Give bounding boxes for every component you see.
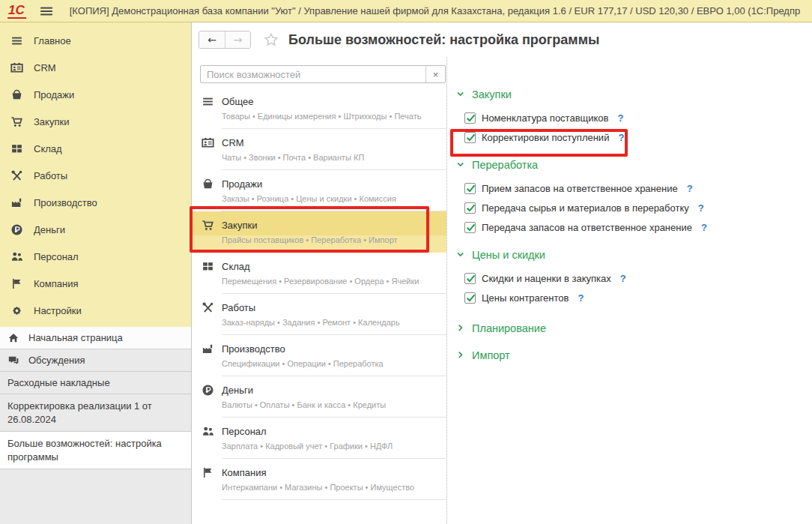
main-menu-icon[interactable] <box>40 4 53 18</box>
nav-section-label: CRM <box>222 137 244 148</box>
nav-section-label: Склад <box>222 261 250 272</box>
help-link[interactable]: ? <box>620 273 626 284</box>
people-icon <box>202 425 214 438</box>
basket-icon <box>202 178 214 190</box>
setting-label: Передача запасов на ответственное хранен… <box>482 222 692 233</box>
open-window-tab-obsuzhdeniya[interactable]: Обсуждения <box>0 349 191 372</box>
settings-group-header-tseny-i-skidki[interactable]: Цены и скидки <box>456 249 812 261</box>
open-window-tab-nachalnaya-stranitsa[interactable]: Начальная страница <box>0 327 191 349</box>
favorite-star-icon[interactable] <box>264 32 279 47</box>
back-button[interactable]: ← <box>199 31 225 48</box>
nav-section-subtitle: Товары • Единицы измерения • Штрихкоды •… <box>192 112 446 128</box>
forward-button[interactable]: → <box>225 31 250 48</box>
nav-section-subtitle: Чаты • Звонки • Почта • Варианты КП <box>192 153 446 169</box>
search-input[interactable] <box>201 66 425 82</box>
checkbox[interactable] <box>464 112 476 124</box>
nav-section-raboty[interactable]: РаботыЗаказ-наряды • Задания • Ремонт • … <box>192 294 446 335</box>
flag-icon <box>202 466 214 479</box>
chevron-right-icon <box>456 324 466 334</box>
nav-section-crm[interactable]: CRMЧаты • Звонки • Почта • Варианты КП <box>192 129 446 170</box>
setting-row: Номенклатура поставщиков? <box>464 108 812 127</box>
settings-group-header-import[interactable]: Импорт <box>456 349 812 361</box>
sidebar-item-zakupki[interactable]: Закупки <box>0 108 191 135</box>
sidebar-item-glavnoe[interactable]: Главное <box>0 27 191 54</box>
clear-search-button[interactable]: × <box>425 66 445 82</box>
sidebar-item-label: Закупки <box>34 116 69 127</box>
nav-section-row: Деньги <box>192 376 446 400</box>
help-link[interactable]: ? <box>687 183 693 194</box>
nav-section-label: Деньги <box>222 385 253 396</box>
checkbox[interactable] <box>464 222 476 233</box>
settings-group-import: Импорт <box>456 349 812 361</box>
settings-group-title: Переработка <box>472 159 538 171</box>
nav-section-row: Общее <box>192 88 446 112</box>
sidebar-item-crm[interactable]: CRM <box>0 54 191 81</box>
nav-section-label: Компания <box>222 467 267 478</box>
search-box: × <box>200 65 446 83</box>
factory-icon <box>202 343 214 355</box>
topbar: 1С [КОПИЯ] Демонстрационная база компани… <box>0 0 812 22</box>
chevron-down-icon <box>456 250 466 260</box>
sidebar-item-label: Производство <box>34 197 97 208</box>
settings-group-title: Импорт <box>472 349 510 361</box>
sidebar-item-label: Продажи <box>34 89 74 100</box>
open-window-tab-bolshe-vozmozhnostey[interactable]: Больше возможностей: настройка программы <box>0 432 191 469</box>
sidebar-item-label: CRM <box>34 62 56 73</box>
checkbox[interactable] <box>464 273 476 284</box>
nav-section-row: Компания <box>192 459 446 483</box>
nav-section-row: Закупки <box>192 211 446 235</box>
nav-section-obshchee[interactable]: ОбщееТовары • Единицы измерения • Штрихк… <box>192 88 446 129</box>
chevron-right-icon <box>456 351 466 361</box>
chevron-down-icon <box>456 90 466 100</box>
open-window-tab-korrektirovka-realizatsii[interactable]: Корректировка реализации 1 от 26.08.2024 <box>0 394 191 432</box>
nav-section-subtitle: Спецификации • Операции • Переработка <box>192 359 446 376</box>
nav-section-dengi[interactable]: ДеньгиВалюты • Оплаты • Банк и касса • К… <box>192 376 446 418</box>
sidebar-item-proizvodstvo[interactable]: Производство <box>0 189 191 216</box>
nav-section-row: CRM <box>192 129 446 153</box>
help-link[interactable]: ? <box>701 222 707 233</box>
settings-group-header-planirovanie[interactable]: Планирование <box>456 322 812 334</box>
nav-section-subtitle: Прайсы поставщиков • Переработка • Импор… <box>192 235 446 252</box>
sidebar-item-label: Склад <box>34 143 62 154</box>
sidebar-item-nastroyki[interactable]: Настройки <box>0 297 191 324</box>
help-link[interactable]: ? <box>618 112 624 124</box>
crm-icon <box>202 136 214 149</box>
menu-icon <box>10 34 23 47</box>
setting-row: Передача запасов на ответственное хранен… <box>464 217 812 237</box>
sidebar-item-label: Персонал <box>34 251 79 262</box>
nav-section-prodazhi[interactable]: ПродажиЗаказы • Розница • Цены и скидки … <box>192 170 446 211</box>
settings-group-header-pererabotka[interactable]: Переработка <box>456 159 812 171</box>
cart-icon <box>202 219 214 232</box>
nav-section-label: Персонал <box>222 426 267 437</box>
help-link[interactable]: ? <box>698 202 704 214</box>
nav-section-sklad[interactable]: СкладПеремещения • Резервирование • Орде… <box>192 253 446 294</box>
sidebar-item-raboty[interactable]: Работы <box>0 162 191 189</box>
sidebar-item-prodazhi[interactable]: Продажи <box>0 81 191 108</box>
sidebar-item-kompaniya[interactable]: Компания <box>0 270 191 297</box>
nav-section-label: Работы <box>222 302 255 313</box>
open-window-tab-raskhodnye-nakladnye[interactable]: Расходные накладные <box>0 372 191 394</box>
nav-section-subtitle: Заказ-наряды • Задания • Ремонт • Календ… <box>192 318 446 334</box>
sidebar-item-dengi[interactable]: Деньги <box>0 216 191 243</box>
nav-section-proizvodstvo[interactable]: ПроизводствоСпецификации • Операции • Пе… <box>192 335 446 376</box>
help-link[interactable]: ? <box>618 132 624 143</box>
settings-group-zakupki: ЗакупкиНоменклатура поставщиков?Корректи… <box>456 88 812 147</box>
nav-section-personal[interactable]: ПерсоналЗарплата • Кадровый учет • Графи… <box>192 418 446 459</box>
app-window: 1С [КОПИЯ] Демонстрационная база компани… <box>0 0 812 524</box>
checkbox[interactable] <box>464 132 476 143</box>
sidebar-item-personal[interactable]: Персонал <box>0 243 191 270</box>
nav-section-subtitle: Интеркампани • Магазины • Проекты • Имущ… <box>192 483 446 499</box>
help-link[interactable]: ? <box>578 292 584 304</box>
checkbox[interactable] <box>464 202 476 214</box>
nav-section-zakupki[interactable]: ЗакупкиПрайсы поставщиков • Переработка … <box>192 211 446 253</box>
settings-group-planirovanie: Планирование <box>456 322 812 334</box>
settings-group-title: Цены и скидки <box>472 249 545 261</box>
checkbox[interactable] <box>464 292 476 304</box>
sidebar-item-label: Деньги <box>34 224 65 235</box>
nav-section-kompaniya[interactable]: КомпанияИнтеркампани • Магазины • Проект… <box>192 459 446 500</box>
nav-section-subtitle: Валюты • Оплаты • Банк и касса • Кредиты <box>192 400 446 417</box>
settings-group-header-zakupki[interactable]: Закупки <box>456 88 812 100</box>
sidebar-item-sklad[interactable]: Склад <box>0 135 191 162</box>
checkbox[interactable] <box>464 183 476 194</box>
open-window-tab-label: Расходные накладные <box>7 376 110 390</box>
